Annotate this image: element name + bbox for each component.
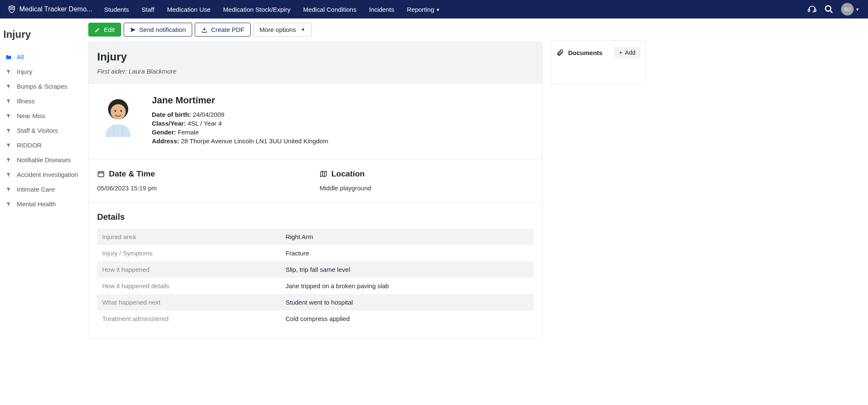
- main: Edit Send notification Create PDF More o…: [87, 18, 868, 405]
- send-notification-button[interactable]: Send notification: [124, 23, 192, 37]
- pencil-icon: [95, 27, 101, 33]
- sidebar-item-label: Accident Investigation: [17, 171, 78, 178]
- sidebar-item-label: RIDDOR: [17, 142, 42, 149]
- datetime-location: Date & Time 05/06/2023 15:19 pm Location…: [89, 159, 542, 203]
- location-title: Location: [320, 169, 534, 179]
- filter-icon: [5, 99, 12, 104]
- details-row: What happened nextStudent went to hospit…: [97, 294, 534, 310]
- student-name: Jane Mortimer: [152, 95, 328, 106]
- details-key: What happened next: [97, 294, 281, 310]
- details-key: How it happened details: [97, 278, 281, 294]
- chevron-down-icon: ▼: [855, 7, 860, 12]
- filter-icon: [5, 84, 12, 89]
- filter-icon: [5, 69, 12, 74]
- map-icon: [320, 170, 327, 178]
- filter-icon: [5, 158, 12, 163]
- sidebar-item-riddor[interactable]: RIDDOR: [3, 138, 82, 153]
- details-value: Cold compress applied: [281, 310, 534, 327]
- toolbar: Edit Send notification Create PDF More o…: [88, 23, 542, 37]
- paper-plane-icon: [130, 27, 136, 33]
- nav-staff[interactable]: Staff: [136, 2, 161, 17]
- content: Edit Send notification Create PDF More o…: [88, 23, 542, 339]
- filter-icon: [5, 202, 12, 207]
- details-value: Student went to hospital: [281, 294, 534, 310]
- location-col: Location Middle playground: [320, 169, 534, 192]
- folder-icon: [5, 54, 12, 60]
- details-row: Injured areaRight Arm: [97, 229, 534, 245]
- svg-point-5: [111, 104, 126, 119]
- sidebar-item-all[interactable]: All: [3, 50, 82, 64]
- sidebar-item-staff-visitors[interactable]: Staff & Visitors: [3, 123, 82, 138]
- student-class: Class/Year: 4SL / Year 4: [152, 120, 328, 127]
- avatar: SU: [841, 3, 854, 16]
- details-title: Details: [97, 212, 534, 222]
- svg-point-6: [114, 110, 116, 112]
- datetime-title: Date & Time: [97, 169, 311, 179]
- details-key: Injury / Symptoms: [97, 245, 281, 261]
- chevron-down-icon: ▼: [436, 8, 440, 12]
- edit-button[interactable]: Edit: [88, 23, 121, 37]
- chevron-down-icon: ▼: [301, 27, 305, 32]
- details-row: Injury / SymptomsFracture: [97, 245, 534, 261]
- student-photo: [97, 95, 139, 137]
- details-row: How it happenedSlip, trip fall same leve…: [97, 261, 534, 278]
- nav-medication-stock[interactable]: Medication Stock/Expiry: [217, 2, 296, 17]
- create-pdf-button[interactable]: Create PDF: [195, 23, 251, 37]
- svg-point-7: [120, 110, 122, 112]
- details-key: How it happened: [97, 261, 281, 278]
- support-icon[interactable]: [807, 5, 817, 14]
- first-aider: First aider: Laura Blackmore: [97, 68, 534, 75]
- details-row: How it happened detailsJane tripped on a…: [97, 278, 534, 294]
- paperclip-icon: [556, 49, 564, 56]
- nav-students[interactable]: Students: [98, 2, 135, 17]
- location-value: Middle playground: [320, 184, 534, 192]
- sidebar-item-label: Mental Health: [17, 200, 56, 208]
- nav-medical-conditions[interactable]: Medical Conditions: [297, 2, 363, 17]
- sidebar: Injury AllInjuryBumps & ScrapesIllnessNe…: [0, 18, 87, 405]
- details-value: Slip, trip fall same level: [281, 261, 534, 278]
- nav-incidents[interactable]: Incidents: [363, 2, 400, 17]
- search-icon[interactable]: [824, 5, 834, 14]
- student-info: Jane Mortimer Date of birth: 24/04/2009 …: [152, 95, 328, 146]
- top-nav: Medical Tracker Demo... Students Staff M…: [0, 0, 868, 18]
- nav-right: SU ▼: [807, 3, 865, 16]
- svg-rect-8: [98, 172, 104, 177]
- sidebar-item-label: Staff & Visitors: [17, 127, 58, 134]
- sidebar-item-bumps-scrapes[interactable]: Bumps & Scrapes: [3, 79, 82, 94]
- datetime-col: Date & Time 05/06/2023 15:19 pm: [97, 169, 311, 192]
- details-value: Right Arm: [281, 229, 534, 245]
- filter-icon: [5, 143, 12, 148]
- sidebar-item-label: Injury: [17, 68, 32, 75]
- add-document-button[interactable]: + Add: [614, 47, 640, 58]
- nav-medication-use[interactable]: Medication Use: [161, 2, 216, 17]
- sidebar-item-notifiable-diseases[interactable]: Notifiable Diseases: [3, 153, 82, 167]
- download-icon: [201, 26, 208, 33]
- page-title: Injury: [3, 29, 82, 40]
- record-heading: Injury: [97, 50, 534, 63]
- sidebar-item-mental-health[interactable]: Mental Health: [3, 197, 82, 211]
- calendar-icon: [97, 170, 105, 178]
- documents-panel: Documents + Add: [551, 40, 646, 84]
- sidebar-item-label: Illness: [17, 97, 35, 105]
- user-menu[interactable]: SU ▼: [841, 3, 860, 16]
- sidebar-item-injury[interactable]: Injury: [3, 64, 82, 79]
- details-section: Details Injured areaRight ArmInjury / Sy…: [89, 203, 542, 339]
- more-options-button[interactable]: More options ▼: [253, 23, 312, 37]
- sidebar-item-illness[interactable]: Illness: [3, 94, 82, 108]
- filter-icon: [5, 113, 12, 118]
- svg-rect-1: [815, 9, 816, 12]
- filter-icon: [5, 187, 12, 192]
- nav-reporting[interactable]: Reporting▼: [401, 2, 446, 17]
- sidebar-item-intimate-care[interactable]: Intimate Care: [3, 182, 82, 197]
- brand[interactable]: Medical Tracker Demo...: [3, 5, 96, 13]
- patient-section: Jane Mortimer Date of birth: 24/04/2009 …: [89, 84, 542, 159]
- sidebar-item-near-miss[interactable]: Near Miss: [3, 108, 82, 123]
- datetime-value: 05/06/2023 15:19 pm: [97, 184, 311, 192]
- sidebar-item-label: Intimate Care: [17, 186, 55, 193]
- details-key: Treatment administered: [97, 310, 281, 327]
- svg-point-2: [826, 6, 831, 11]
- sidebar-item-accident-investigation[interactable]: Accident Investigation: [3, 167, 82, 182]
- sidebar-item-label: Near Miss: [17, 112, 45, 119]
- details-row: Treatment administeredCold compress appl…: [97, 310, 534, 327]
- details-value: Jane tripped on a broken paving slab: [281, 278, 534, 294]
